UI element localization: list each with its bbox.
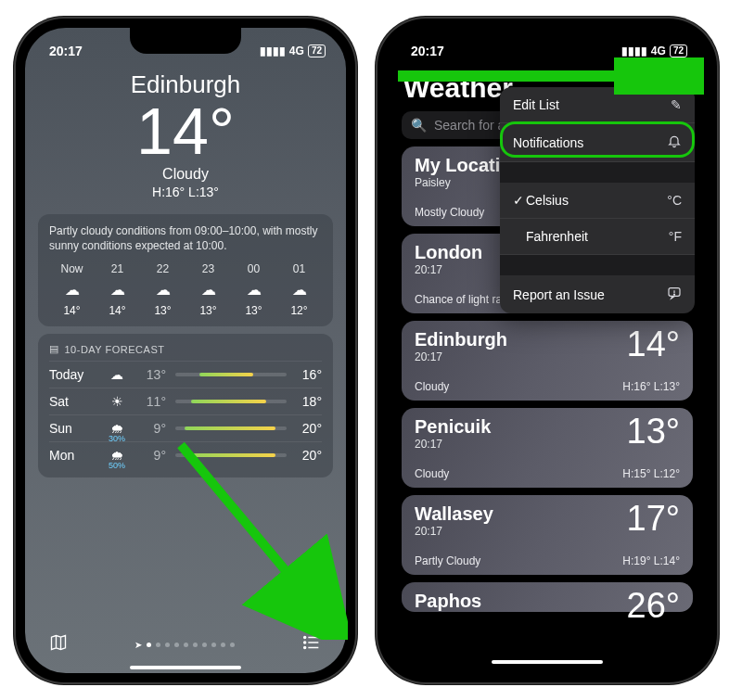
current-temp: 14° bbox=[25, 99, 346, 164]
bell-icon bbox=[667, 134, 682, 151]
notch bbox=[130, 28, 241, 54]
temp-range-bar bbox=[175, 426, 287, 430]
list-button[interactable] bbox=[301, 632, 322, 656]
map-button[interactable] bbox=[49, 633, 68, 655]
menu-celsius[interactable]: ✓Celsius °C bbox=[500, 183, 695, 219]
rain-icon: 🌧30% bbox=[103, 421, 131, 436]
notch bbox=[492, 28, 603, 54]
check-icon: ✓ bbox=[513, 193, 526, 208]
pencil-icon: ✎ bbox=[671, 97, 682, 112]
cloud-icon: ☁︎ bbox=[276, 281, 322, 299]
bottom-bar: ➤ bbox=[25, 627, 346, 666]
battery-level: 72 bbox=[670, 45, 687, 57]
location-icon: ➤ bbox=[134, 640, 142, 650]
phone-right: 20:17 ▮▮▮▮ 4G 72 ⋯ Weather 🔍 Search for … bbox=[376, 17, 719, 684]
home-indicator[interactable] bbox=[130, 666, 241, 669]
sun-icon: ☀︎ bbox=[103, 394, 131, 409]
svg-point-0 bbox=[304, 637, 306, 639]
network-label: 4G bbox=[651, 45, 666, 57]
calendar-icon: ▤ bbox=[49, 343, 59, 355]
daily-row[interactable]: Mon 🌧50% 9° 20° bbox=[49, 441, 322, 468]
menu-edit-list[interactable]: Edit List ✎ bbox=[500, 87, 695, 123]
options-menu: Edit List ✎ Notifications ✓Celsius °C Fa… bbox=[500, 87, 695, 313]
search-icon: 🔍 bbox=[411, 118, 427, 133]
svg-point-4 bbox=[304, 647, 306, 649]
temp-range-bar bbox=[175, 453, 287, 457]
status-time: 20:17 bbox=[411, 44, 444, 58]
ellipsis-icon: ⋯ bbox=[672, 73, 685, 88]
network-label: 4G bbox=[289, 45, 304, 57]
weather-list-screen: 20:17 ▮▮▮▮ 4G 72 ⋯ Weather 🔍 Search for … bbox=[387, 28, 708, 673]
menu-report-issue[interactable]: Report an Issue bbox=[500, 275, 695, 313]
svg-point-2 bbox=[304, 642, 306, 643]
city-card[interactable]: Wallasey 20:17 17° Partly CloudyH:19° L:… bbox=[402, 495, 693, 575]
daily-row[interactable]: Sun 🌧30% 9° 20° bbox=[49, 414, 322, 441]
hourly-row[interactable]: Now☁︎14° 21☁︎14° 22☁︎13° 23☁︎13° 00☁︎13°… bbox=[49, 262, 322, 317]
report-icon bbox=[667, 286, 682, 303]
weather-detail-screen: 20:17 ▮▮▮▮ 4G 72 Edinburgh 14° Cloudy H:… bbox=[25, 28, 346, 673]
home-indicator[interactable] bbox=[492, 660, 603, 664]
daily-row[interactable]: Sat ☀︎ 11° 18° bbox=[49, 388, 322, 414]
page-dots[interactable]: ➤ bbox=[134, 640, 235, 650]
daily-card[interactable]: ▤ 10-DAY FORECAST Today ☁︎ 13° 16° Sat ☀… bbox=[38, 334, 333, 477]
svg-point-9 bbox=[673, 294, 674, 295]
status-time: 20:17 bbox=[49, 44, 83, 58]
cloud-icon: ☁︎ bbox=[103, 367, 131, 382]
daily-row[interactable]: Today ☁︎ 13° 16° bbox=[49, 361, 322, 388]
menu-separator bbox=[500, 162, 695, 183]
signal-icon: ▮▮▮▮ bbox=[621, 45, 647, 57]
high-low: H:16° L:13° bbox=[25, 185, 346, 199]
cloud-icon: ☁︎ bbox=[231, 281, 276, 299]
menu-fahrenheit[interactable]: Fahrenheit °F bbox=[500, 219, 695, 255]
temp-range-bar bbox=[175, 373, 287, 376]
temp-range-bar bbox=[175, 400, 287, 403]
city-card[interactable]: Paphos 26° bbox=[402, 582, 693, 612]
menu-notifications[interactable]: Notifications bbox=[500, 123, 695, 162]
forecast-summary: Partly cloudy conditions from 09:00–10:0… bbox=[49, 223, 322, 253]
rain-icon: 🌧50% bbox=[103, 448, 131, 463]
menu-separator bbox=[500, 255, 695, 275]
cloud-icon: ☁︎ bbox=[95, 281, 140, 299]
city-card[interactable]: Edinburgh 20:17 14° CloudyH:16° L:13° bbox=[402, 321, 693, 401]
battery-level: 72 bbox=[308, 45, 326, 57]
cloud-icon: ☁︎ bbox=[140, 281, 186, 299]
current-condition: Cloudy bbox=[25, 166, 346, 183]
city-card[interactable]: Penicuik 20:17 13° CloudyH:15° L:12° bbox=[402, 408, 693, 488]
cloud-icon: ☁︎ bbox=[186, 281, 231, 299]
hourly-card[interactable]: Partly cloudy conditions from 09:00–10:0… bbox=[38, 214, 333, 326]
hero: Edinburgh 14° Cloudy H:16° L:13° bbox=[25, 65, 346, 207]
forecast-header: ▤ 10-DAY FORECAST bbox=[49, 343, 322, 355]
signal-icon: ▮▮▮▮ bbox=[260, 45, 286, 57]
phone-left: 20:17 ▮▮▮▮ 4G 72 Edinburgh 14° Cloudy H:… bbox=[14, 17, 357, 684]
cloud-icon: ☁︎ bbox=[49, 281, 95, 299]
